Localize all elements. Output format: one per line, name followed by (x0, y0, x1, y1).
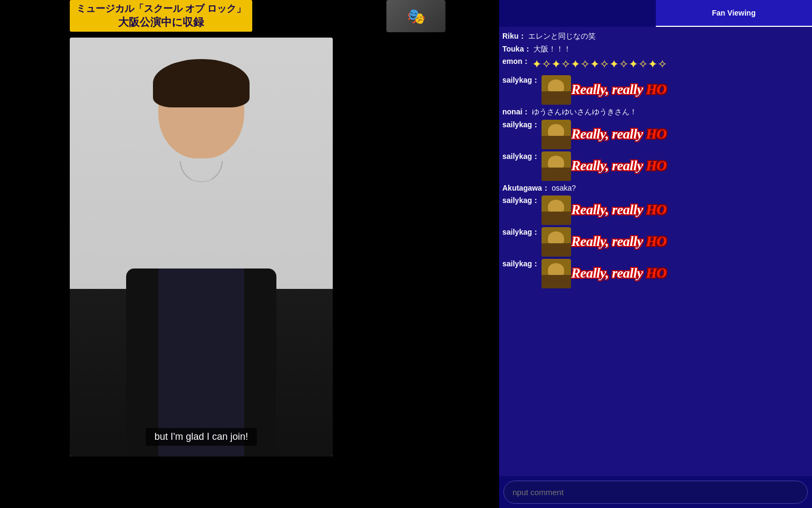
emote-face-icon (542, 195, 571, 225)
chat-message-7: sailykag： Really, really HO (502, 151, 809, 181)
video-title-bar: ミュージカル「スクール オブ ロック」 大阪公演中に収録 (70, 0, 252, 32)
emote-text: Really, really HO (571, 156, 667, 176)
emote-face-icon (542, 227, 571, 257)
emote-face-icon (542, 151, 571, 181)
chat-username: Touka： (502, 44, 531, 55)
chat-message-2: Touka：大阪！！！ (502, 44, 809, 55)
emote-sticker: Really, really HO (542, 259, 667, 288)
tab-fan-viewing[interactable]: Fan Viewing (656, 0, 813, 27)
chat-username: sailykag： (502, 195, 539, 206)
sparkle-emoji: ✦✧✦✧✦✧✦✧✦✧✦✧✦✧ (532, 56, 667, 73)
emote-text: Really, really HO (571, 200, 667, 220)
chat-area: Fan Viewing Riku：エレンと同じなの笑Touka：大阪！！！emo… (499, 0, 812, 508)
emote-text: Really, really HO (571, 232, 667, 251)
chat-text: osaka? (552, 183, 576, 194)
video-title-line2: 大阪公演中に収録 (76, 15, 246, 30)
person-hair (153, 59, 250, 107)
chat-username: nonai： (502, 107, 530, 118)
chat-username: sailykag： (502, 151, 539, 162)
video-subtitle: but I'm glad I can join! (146, 428, 257, 446)
emote-face-icon (542, 120, 571, 149)
chat-username: sailykag： (502, 75, 539, 86)
necklace-inner (185, 166, 217, 183)
chat-message-4: sailykag： Really, really HO (502, 75, 809, 105)
chat-input-area (499, 476, 812, 508)
chat-message-1: Riku：エレンと同じなの笑 (502, 31, 809, 42)
video-frame: but I'm glad I can join! (70, 38, 333, 456)
tab-other[interactable] (499, 0, 656, 27)
video-background: but I'm glad I can join! (70, 38, 333, 456)
chat-text: ゆうさんゆいさんゆうきさん！ (532, 107, 637, 118)
chat-message-5: nonai：ゆうさんゆいさんゆうきさん！ (502, 107, 809, 118)
top-avatar-thumbnail: 🎭 (386, 0, 445, 32)
chat-messages[interactable]: Riku：エレンと同じなの笑Touka：大阪！！！emon：✦✧✦✧✦✧✦✧✦✧… (499, 27, 812, 476)
chat-message-3: emon：✦✧✦✧✦✧✦✧✦✧✦✧✦✧ (502, 56, 809, 73)
chat-text: エレンと同じなの笑 (528, 31, 596, 42)
chat-message-8: Akutagawa：osaka? (502, 183, 809, 194)
chat-username: Riku： (502, 31, 526, 42)
chat-username: Akutagawa： (502, 183, 550, 194)
video-area: ミュージカル「スクール オブ ロック」 大阪公演中に収録 🎭 but I'm g… (0, 0, 499, 508)
chat-username: sailykag： (502, 227, 539, 238)
emote-text: Really, really HO (571, 264, 667, 283)
emote-sticker: Really, really HO (542, 151, 667, 181)
chat-message-11: sailykag： Really, really HO (502, 259, 809, 288)
emote-sticker: Really, really HO (542, 195, 667, 225)
chat-message-10: sailykag： Really, really HO (502, 227, 809, 257)
emote-face-icon (542, 259, 571, 288)
person-head (158, 59, 244, 158)
chat-username: emon： (502, 56, 530, 67)
chat-input[interactable] (503, 481, 808, 504)
emote-text: Really, really HO (571, 80, 667, 99)
chat-username: sailykag： (502, 259, 539, 270)
chat-tabs: Fan Viewing (499, 0, 812, 27)
chat-username: sailykag： (502, 120, 539, 130)
emote-sticker: Really, really HO (542, 227, 667, 257)
emote-sticker: Really, really HO (542, 75, 667, 105)
chat-message-9: sailykag： Really, really HO (502, 195, 809, 225)
emote-sticker: Really, really HO (542, 120, 667, 149)
chat-message-6: sailykag： Really, really HO (502, 120, 809, 149)
emote-face-icon (542, 75, 571, 105)
chat-text: 大阪！！！ (533, 44, 571, 55)
video-title-line1: ミュージカル「スクール オブ ロック」 (76, 2, 246, 15)
emote-text: Really, really HO (571, 125, 667, 144)
